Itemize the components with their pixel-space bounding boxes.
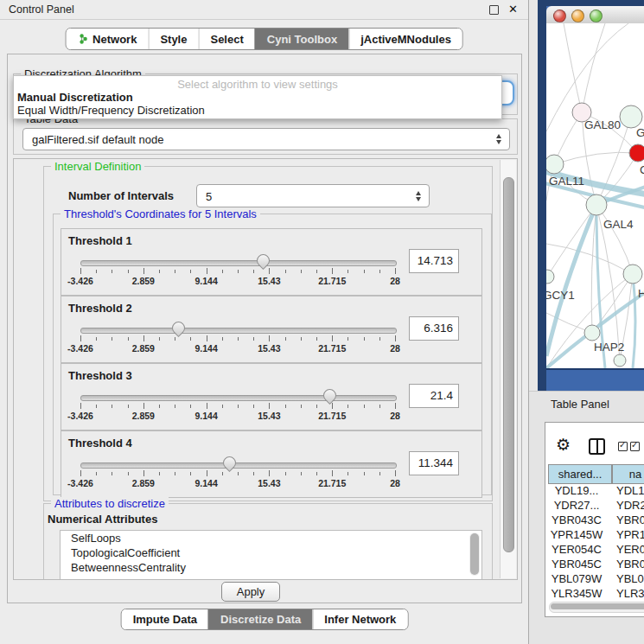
table-data-combobox[interactable]: galFiltered.sif default node xyxy=(22,128,510,150)
slider-tick xyxy=(159,472,160,475)
axis-tick-label: 9.144 xyxy=(181,478,233,488)
table-row[interactable]: YER054CYER0 xyxy=(545,542,644,557)
slider-tick xyxy=(175,472,175,475)
axis-tick-label: -3.426 xyxy=(54,276,106,286)
threshold-label: Threshold 3 xyxy=(68,369,132,382)
tab-style[interactable]: Style xyxy=(148,29,198,49)
attribute-list-item[interactable]: TopologicalCoefficient xyxy=(61,545,481,560)
columns-icon[interactable] xyxy=(589,438,605,455)
table-row[interactable]: YDL19...YDL1 xyxy=(545,483,644,498)
network-edge xyxy=(582,23,605,112)
network-node[interactable] xyxy=(586,194,607,215)
network-node[interactable] xyxy=(620,105,642,128)
threshold-value-field[interactable]: 11.344 xyxy=(409,451,459,475)
slider-handle[interactable] xyxy=(321,386,339,405)
slider-tick xyxy=(332,470,333,476)
network-window-titlebar[interactable] xyxy=(546,6,644,24)
table-row[interactable]: YBR045CYBR0 xyxy=(545,557,644,571)
horizontal-scrollbar[interactable] xyxy=(549,602,644,613)
cell-shared-name: YBR045C xyxy=(545,557,608,571)
network-node[interactable] xyxy=(614,354,626,367)
threshold-value-field[interactable]: 21.4 xyxy=(409,384,459,408)
node-label: GAL80 xyxy=(584,118,621,131)
slider-tick xyxy=(128,405,129,408)
slider-tick xyxy=(96,472,97,475)
close-traffic-icon[interactable] xyxy=(553,10,566,22)
slider-tick xyxy=(159,337,160,341)
slider-track[interactable] xyxy=(80,395,397,401)
slider-tick xyxy=(238,472,239,475)
threshold-value-field[interactable]: 14.713 xyxy=(409,249,459,273)
slider-tick xyxy=(348,405,348,408)
slider-handle[interactable] xyxy=(253,252,271,270)
bottom-tab-bar: Impute DataDiscretize DataInfer Network xyxy=(121,609,409,630)
axis-tick-label: 15.43 xyxy=(243,411,295,421)
column-header-1[interactable]: na xyxy=(612,464,644,484)
node-label: GA xyxy=(636,126,644,139)
slider-tick xyxy=(80,335,81,341)
axis-tick-label: 15.43 xyxy=(243,343,295,354)
combo-stepper-icon xyxy=(416,191,421,201)
tab-cyni-toolbox[interactable]: Cyni Toolbox xyxy=(255,29,348,49)
table-row[interactable]: YDR27...YDR2 xyxy=(545,498,644,513)
network-node[interactable] xyxy=(584,325,600,341)
threshold-panel: Threshold 2-3.4262.8599.14415.4321.71528… xyxy=(61,296,482,363)
slider-track[interactable] xyxy=(80,260,397,266)
network-node[interactable] xyxy=(546,155,564,174)
attribute-list-item[interactable]: SelfLoops xyxy=(61,531,481,545)
node-label: GAL4 xyxy=(603,218,634,231)
control-panel-title: Control Panel xyxy=(9,3,74,16)
tab-network[interactable]: Network xyxy=(66,29,148,49)
tab-infer-network[interactable]: Infer Network xyxy=(312,609,407,629)
checkbox-icon[interactable] xyxy=(618,442,628,451)
slider-tick xyxy=(96,405,97,408)
slider-tick xyxy=(159,270,160,273)
gear-icon[interactable]: ⚙ xyxy=(556,435,571,455)
numerical-attributes-list[interactable]: SelfLoopsTopologicalCoefficientBetweenne… xyxy=(60,530,482,580)
table-row[interactable]: YBL079WYBL0 xyxy=(545,571,644,586)
slider-track[interactable] xyxy=(80,462,397,469)
tab-label: Cyni Toolbox xyxy=(267,33,337,46)
tab-discretize-data[interactable]: Discretize Data xyxy=(208,609,312,629)
dropdown-option[interactable]: Manual Discretization xyxy=(17,91,133,104)
axis-tick-label: -3.426 xyxy=(54,343,106,354)
cyni-toolbox-panel: Discretization Algorithm Select algorith… xyxy=(7,54,522,603)
network-canvas[interactable]: GAL80GACGAL11GAL4GCY1HHAP2 xyxy=(546,23,644,368)
vertical-scrollbar[interactable] xyxy=(500,160,516,578)
dropdown-option[interactable]: Equal Width/Frequency Discretization xyxy=(17,104,205,117)
checkbox-icon[interactable] xyxy=(630,442,640,451)
table-row[interactable]: YPR145WYPR1 xyxy=(545,527,644,542)
minimize-traffic-icon[interactable] xyxy=(571,10,584,22)
tab-select[interactable]: Select xyxy=(198,29,254,49)
network-node[interactable] xyxy=(623,265,642,284)
algorithm-dropdown-popup: Select algorithm to view settings Manual… xyxy=(13,75,502,119)
slider-handle[interactable] xyxy=(220,454,238,472)
apply-button[interactable]: Apply xyxy=(221,582,280,602)
zoom-traffic-icon[interactable] xyxy=(590,10,603,22)
slider-tick xyxy=(96,270,97,273)
float-window-icon[interactable] xyxy=(489,5,499,15)
horizontal-scrollbar-thumb[interactable] xyxy=(551,603,644,609)
threshold-label: Threshold 2 xyxy=(68,302,132,315)
slider-tick xyxy=(143,403,144,409)
axis-tick-label: -3.426 xyxy=(54,478,106,488)
network-view-window[interactable]: GAL80GACGAL11GAL4GCY1HHAP2 xyxy=(538,0,644,391)
slider-handle[interactable] xyxy=(169,319,188,337)
tab-label: Select xyxy=(210,33,243,46)
table-row[interactable]: YBR043CYBR0 xyxy=(545,513,644,527)
tab-impute-data[interactable]: Impute Data xyxy=(122,609,208,629)
column-header-0[interactable]: shared... xyxy=(548,464,612,484)
slider-tick xyxy=(395,470,396,476)
list-scrollbar[interactable] xyxy=(469,532,480,576)
slider-tick xyxy=(395,268,396,274)
tab-jactivemnodules[interactable]: jActiveMNodules xyxy=(348,29,462,49)
network-node[interactable] xyxy=(629,144,644,162)
network-node[interactable] xyxy=(546,270,554,284)
threshold-value-field[interactable]: 6.316 xyxy=(409,316,459,341)
number-of-intervals-combobox[interactable]: 5 xyxy=(196,184,430,207)
table-row[interactable]: YLR345WYLR3 xyxy=(545,586,644,601)
close-icon[interactable]: ✕ xyxy=(508,3,518,16)
slider-track[interactable] xyxy=(80,328,397,334)
attribute-list-item[interactable]: BetweennessCentrality xyxy=(61,560,481,575)
vertical-scrollbar-thumb[interactable] xyxy=(503,177,514,552)
